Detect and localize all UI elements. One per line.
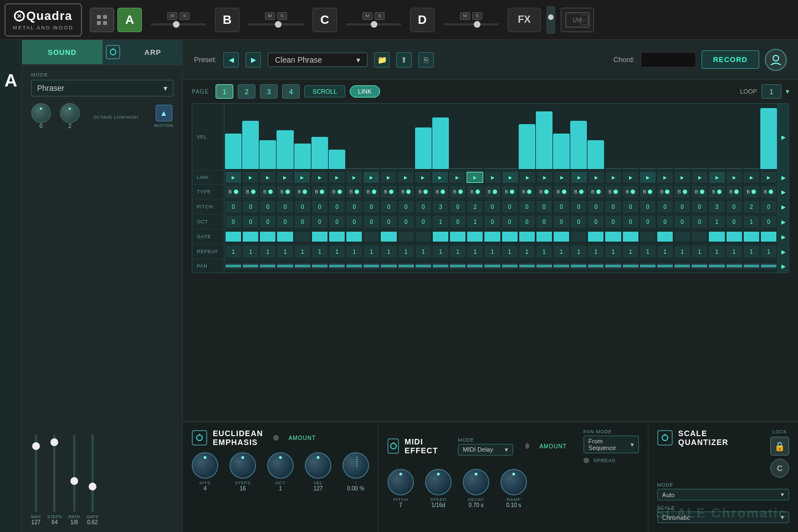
type-content[interactable]: BBBBBBBBBBBBBBBBBBBBBBBBBBBBBBBB: [224, 185, 777, 199]
pitch-cell-22[interactable]: 0: [605, 201, 621, 213]
steps-knob[interactable]: [229, 452, 256, 479]
profile-btn[interactable]: [765, 49, 787, 71]
vel-bar-19[interactable]: [553, 134, 570, 169]
repeat-cell-14[interactable]: 1: [467, 245, 483, 258]
gate-cell-23[interactable]: [623, 232, 638, 242]
type-cell-30[interactable]: B: [744, 186, 759, 198]
link-cell-1[interactable]: ▶: [243, 172, 258, 183]
channel-b-m-btn[interactable]: M: [265, 12, 275, 20]
oct-cell-29[interactable]: 0: [727, 216, 742, 228]
pan-cell-23[interactable]: [623, 264, 638, 268]
pitch-cell-13[interactable]: 0: [450, 201, 466, 213]
gate-cell-27[interactable]: [692, 232, 707, 242]
euclidean-power-btn[interactable]: [192, 430, 207, 446]
rate-pct-knob[interactable]: [342, 452, 369, 479]
pitch-cell-18[interactable]: 0: [536, 201, 552, 213]
midi-speed-knob[interactable]: [425, 469, 452, 495]
fx-btn[interactable]: FX: [508, 8, 541, 32]
type-cell-4[interactable]: B: [295, 186, 310, 198]
pan-cell-16[interactable]: [502, 264, 518, 268]
link-cell-7[interactable]: ▶: [346, 172, 362, 183]
repeat-cell-6[interactable]: 1: [329, 245, 345, 258]
repeat-cell-16[interactable]: 1: [502, 245, 518, 258]
pan-cell-0[interactable]: [226, 264, 241, 268]
link-cell-10[interactable]: ▶: [398, 172, 413, 183]
type-cell-7[interactable]: B: [346, 186, 362, 198]
vel-bar-28[interactable]: [708, 168, 725, 169]
octave-high-knob[interactable]: [60, 103, 80, 123]
max-slider[interactable]: [35, 434, 37, 512]
channel-a-btn[interactable]: A: [117, 8, 142, 32]
motion-btn[interactable]: ▲: [156, 105, 172, 121]
oct-cell-25[interactable]: 0: [657, 216, 673, 228]
gate-cell-9[interactable]: [381, 232, 396, 242]
gate-cell-25[interactable]: [657, 232, 673, 242]
vel-bar-7[interactable]: [346, 168, 362, 169]
type-cell-10[interactable]: B: [398, 186, 414, 198]
gate-content[interactable]: [224, 229, 777, 244]
gate-cell-6[interactable]: [329, 232, 345, 242]
repeat-cell-27[interactable]: 1: [692, 245, 707, 258]
pan-cell-26[interactable]: [674, 264, 690, 268]
link-cell-16[interactable]: ▶: [503, 172, 518, 183]
vel-bar-24[interactable]: [640, 168, 656, 169]
oct-cell-21[interactable]: 0: [588, 216, 603, 228]
c-btn[interactable]: C: [770, 459, 789, 478]
scale-mode-select[interactable]: Auto ▾: [657, 489, 789, 500]
chord-input[interactable]: [641, 52, 696, 68]
channel-a-m-btn[interactable]: M: [167, 12, 177, 20]
gate-cell-17[interactable]: [519, 232, 535, 242]
repeat-cell-21[interactable]: 1: [588, 245, 603, 258]
scale-select[interactable]: Chromatic ▾: [657, 511, 789, 523]
repeat-cell-9[interactable]: 1: [381, 245, 396, 258]
type-cell-2[interactable]: B: [260, 186, 275, 198]
pitch-cell-4[interactable]: 0: [295, 201, 310, 213]
type-cell-5[interactable]: B: [312, 186, 328, 198]
master-fader-thumb[interactable]: [548, 14, 554, 20]
vel-bars[interactable]: [224, 104, 777, 170]
link-cell-11[interactable]: ▶: [415, 172, 431, 183]
repeat-cell-19[interactable]: 1: [554, 245, 569, 258]
oct-knob[interactable]: [267, 452, 294, 479]
pitch-cell-21[interactable]: 0: [588, 201, 603, 213]
pitch-cell-2[interactable]: 0: [260, 201, 275, 213]
pan-content[interactable]: [224, 259, 777, 273]
pitch-cell-1[interactable]: 0: [243, 201, 258, 213]
vel-bar-20[interactable]: [570, 121, 587, 169]
gate-cell-16[interactable]: [502, 232, 518, 242]
pitch-cell-6[interactable]: 0: [329, 201, 345, 213]
gate-cell-13[interactable]: [450, 232, 466, 242]
repeat-cell-2[interactable]: 1: [260, 245, 275, 258]
pan-cell-8[interactable]: [364, 264, 379, 268]
channel-a-fader-thumb[interactable]: [173, 21, 180, 28]
repeat-scroll[interactable]: ▶: [777, 244, 789, 259]
pitch-cell-15[interactable]: 0: [484, 201, 500, 213]
link-cell-6[interactable]: ▶: [329, 172, 345, 183]
pitch-cell-16[interactable]: 0: [502, 201, 518, 213]
oct-cell-26[interactable]: 0: [674, 216, 690, 228]
vel-bar-21[interactable]: [587, 140, 604, 169]
repeat-cell-30[interactable]: 1: [744, 245, 759, 258]
pan-cell-13[interactable]: [450, 264, 466, 268]
preset-folder-btn[interactable]: 📁: [374, 52, 390, 68]
type-cell-18[interactable]: B: [536, 186, 552, 198]
pan-cell-31[interactable]: [761, 264, 776, 268]
channel-c-btn[interactable]: C: [313, 8, 337, 32]
channel-a-fader-track[interactable]: [151, 23, 206, 25]
repeat-cell-23[interactable]: 1: [623, 245, 638, 258]
pitch-cell-14[interactable]: 2: [467, 201, 483, 213]
type-cell-0[interactable]: B: [226, 186, 241, 198]
pan-cell-22[interactable]: [605, 264, 621, 268]
pitch-cell-9[interactable]: 0: [381, 201, 396, 213]
repeat-cell-4[interactable]: 1: [295, 245, 310, 258]
gate-cell-21[interactable]: [588, 232, 603, 242]
oct-cell-7[interactable]: 0: [346, 216, 362, 228]
midi-pitch-knob[interactable]: [387, 469, 414, 495]
repeat-cell-0[interactable]: 1: [226, 245, 241, 258]
pan-cell-4[interactable]: [295, 264, 310, 268]
vel-bar-9[interactable]: [380, 168, 397, 169]
pitch-cell-31[interactable]: 0: [761, 201, 776, 213]
pitch-cell-5[interactable]: 0: [312, 201, 328, 213]
channel-b-s-btn[interactable]: S: [277, 12, 287, 20]
pan-cell-18[interactable]: [536, 264, 552, 268]
